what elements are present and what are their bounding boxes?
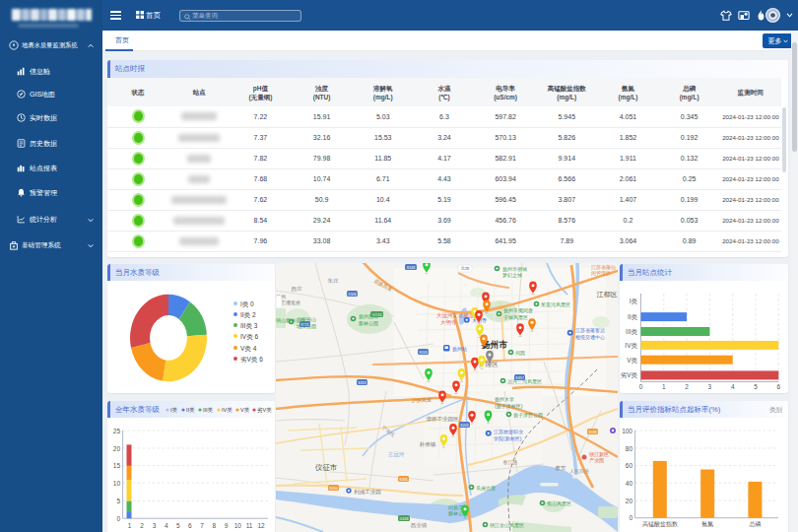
- svg-text:60: 60: [626, 462, 633, 469]
- svg-text:II类: II类: [628, 313, 638, 320]
- svg-text:古运河: 古运河: [388, 451, 405, 458]
- svg-text:5: 5: [116, 498, 120, 504]
- svg-text:劣V类 6: 劣V类 6: [240, 356, 263, 364]
- svg-text:何园: 何园: [515, 350, 525, 357]
- svg-text:(扬子津校区): (扬子津校区): [495, 403, 523, 410]
- svg-text:梦幻之城: 梦幻之城: [502, 272, 522, 279]
- svg-text:扬州市蜀冈唐: 扬州市蜀冈唐: [503, 307, 533, 314]
- svg-text:昌业镇: 昌业镇: [411, 522, 428, 529]
- svg-text:劣V类: 劣V类: [621, 371, 638, 379]
- svg-text:仪征市: 仪征市: [315, 463, 338, 472]
- svg-text:7: 7: [200, 522, 204, 529]
- svg-text:江都区: 江都区: [597, 291, 618, 299]
- svg-text:8: 8: [212, 522, 216, 529]
- svg-text:枢纽交通中心: 枢纽交通中心: [575, 334, 605, 340]
- svg-text:V类: V类: [627, 357, 637, 364]
- svg-text:扬州西郊: 扬州西郊: [359, 313, 378, 320]
- svg-text:森林公园: 森林公园: [359, 320, 378, 327]
- svg-text:2: 2: [140, 522, 144, 529]
- svg-text:IV类: IV类: [625, 342, 637, 349]
- svg-text:S338: S338: [588, 431, 596, 434]
- svg-text:0: 0: [639, 383, 643, 390]
- svg-text:子城风景区: 子城风景区: [503, 314, 528, 321]
- svg-text:II类 2: II类 2: [240, 311, 256, 318]
- svg-text:朱庄: 朱庄: [328, 278, 340, 284]
- svg-text:江苏旅游职业: 江苏旅游职业: [494, 429, 523, 435]
- svg-text:S348: S348: [407, 266, 415, 270]
- svg-text:4: 4: [165, 522, 168, 529]
- svg-text:3: 3: [153, 522, 157, 529]
- svg-text:北路: 北路: [461, 266, 471, 271]
- svg-text:III类: III类: [626, 328, 637, 335]
- svg-text:高锰酸盐指数: 高锰酸盐指数: [642, 520, 678, 528]
- svg-text:10: 10: [234, 522, 242, 529]
- svg-text:江苏省莆客运: 江苏省莆客运: [575, 327, 605, 334]
- svg-text:0: 0: [116, 515, 120, 522]
- svg-text:X306: X306: [348, 293, 356, 297]
- svg-text:20: 20: [626, 498, 633, 504]
- svg-text:3: 3: [708, 383, 712, 390]
- svg-text:2: 2: [685, 383, 689, 390]
- svg-text:II类: II类: [186, 407, 195, 413]
- svg-text:I类: I类: [630, 298, 638, 304]
- svg-text:S353: S353: [358, 381, 366, 385]
- svg-text:大明寺: 大明寺: [440, 319, 457, 325]
- svg-text:闲管理所: 闲管理所: [591, 270, 611, 277]
- svg-text:春江路: 春江路: [503, 459, 518, 466]
- svg-text:5: 5: [754, 383, 758, 390]
- svg-text:V类 4: V类 4: [240, 345, 257, 352]
- svg-text:12: 12: [257, 522, 265, 529]
- svg-text:I类 0: I类 0: [240, 300, 254, 307]
- svg-text:利涵工业园: 利涵工业园: [354, 489, 381, 496]
- svg-text:20: 20: [113, 445, 121, 452]
- svg-text:80: 80: [626, 445, 633, 452]
- svg-text:1: 1: [128, 522, 132, 529]
- svg-text:糜安: 糜安: [556, 465, 567, 471]
- svg-text:扬州大学: 扬州大学: [495, 396, 514, 403]
- svg-text:IV类 6: IV类 6: [240, 333, 258, 340]
- svg-text:运河三湾风景区: 运河三湾风景区: [507, 378, 542, 385]
- svg-text:茱萸湾风景区: 茱萸湾风景区: [541, 301, 570, 308]
- svg-text:III类 3: III类 3: [240, 322, 258, 329]
- svg-text:5: 5: [176, 522, 180, 529]
- svg-text:I类: I类: [170, 407, 178, 413]
- svg-text:总磷: 总磷: [749, 521, 762, 527]
- svg-text:10: 10: [113, 480, 121, 487]
- svg-text:0: 0: [629, 514, 632, 521]
- svg-text:扬子津野公园: 扬子津野公园: [513, 412, 543, 419]
- svg-text:朴席镇: 朴席镇: [419, 441, 436, 447]
- svg-text:镇江金山风景区: 镇江金山风景区: [490, 522, 524, 529]
- svg-text:15: 15: [113, 462, 121, 469]
- svg-text:V类: V类: [240, 407, 250, 413]
- svg-text:S346: S346: [399, 478, 407, 482]
- svg-text:产业园: 产业园: [589, 457, 604, 464]
- svg-text:瓜洲古渡: 瓜洲古渡: [476, 485, 496, 492]
- svg-text:100: 100: [622, 428, 632, 434]
- svg-text:华侨工业园区: 华侨工业园区: [427, 416, 460, 423]
- svg-text:1: 1: [662, 383, 666, 390]
- svg-text:4: 4: [731, 383, 735, 390]
- svg-text:6: 6: [776, 383, 780, 390]
- svg-text:IV类: IV类: [222, 407, 233, 413]
- svg-text:9: 9: [225, 522, 229, 529]
- svg-text:III类: III类: [203, 407, 214, 413]
- svg-text:地质公园: 地质公园: [296, 323, 316, 330]
- svg-text:G328: G328: [400, 517, 409, 521]
- svg-text:学院(新校区): 学院(新校区): [494, 435, 522, 442]
- svg-text:人民四路: 人民四路: [569, 468, 589, 475]
- svg-text:25: 25: [113, 428, 121, 434]
- svg-text:西庄: 西庄: [292, 286, 303, 293]
- svg-text:6: 6: [188, 522, 192, 529]
- svg-text:11: 11: [246, 522, 253, 529]
- svg-text:镇山森林公园: 镇山森林公园: [276, 317, 305, 324]
- svg-text:S243: S243: [419, 351, 427, 355]
- svg-text:S356: S356: [329, 487, 337, 491]
- svg-text:焦山风景区: 焦山风景区: [547, 500, 571, 506]
- svg-text:40: 40: [626, 480, 633, 487]
- svg-text:S205: S205: [460, 424, 468, 428]
- svg-text:劣V类: 劣V类: [257, 407, 272, 414]
- svg-text:氨氮: 氨氮: [701, 520, 713, 527]
- svg-text:扬州站: 扬州站: [452, 346, 467, 353]
